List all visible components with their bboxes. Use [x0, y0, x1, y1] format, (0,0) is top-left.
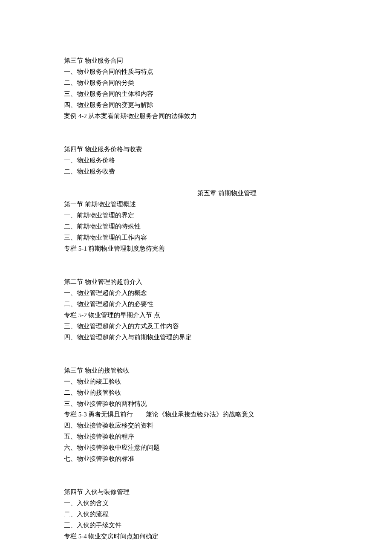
section-heading: 第二节 物业管理的超前介入	[64, 277, 328, 288]
outline-item: 二、物业服务合同的分类	[64, 78, 328, 89]
outline-item: 三、物业接管验收的两种情况	[64, 399, 328, 410]
outline-item: 二、物业的接管验收	[64, 387, 328, 399]
outline-item: 六、物业接管验收中应注意的问题	[64, 442, 328, 454]
outline-item: 一、物业的竣工验收	[64, 376, 328, 387]
outline-item: 三、入伙的手续文件	[64, 520, 328, 531]
outline-item: 案例 4-2 从本案看前期物业服务合同的法律效力	[64, 111, 328, 122]
spacer	[64, 254, 328, 277]
spacer	[64, 343, 328, 365]
outline-item: 二、前期物业管理的特殊性	[64, 221, 328, 232]
outline-item: 一、物业服务价格	[64, 155, 328, 166]
outline-item: 三、前期物业管理的工作内容	[64, 232, 328, 243]
outline-item: 专栏 5-4 物业交房时间点如何确定	[64, 531, 328, 542]
outline-item: 四、物业接管验收应移交的资料	[64, 420, 328, 431]
outline-item: 专栏 5-3 勇者无惧且前行——兼论《物业承接查验办法》的战略意义	[64, 409, 328, 420]
spacer	[64, 177, 328, 188]
outline-item: 二、物业服务收费	[64, 166, 328, 177]
outline-item: 专栏 5-1 前期物业管理制度急待完善	[64, 243, 328, 254]
outline-item: 专栏 5-2 物业管理的早期介入节 点	[64, 310, 328, 321]
outline-item: 七、物业接管验收的标准	[64, 454, 328, 465]
outline-item: 二、物业管理超前介入的必要性	[64, 299, 328, 310]
outline-item: 一、物业服务合同的性质与特点	[64, 66, 328, 78]
spacer	[64, 122, 328, 144]
section-heading: 第四节 物业服务价格与收费	[64, 144, 328, 155]
chapter-title: 第五章 前期物业管理	[64, 188, 328, 199]
outline-item: 二、入伙的流程	[64, 509, 328, 520]
spacer	[64, 465, 328, 487]
section-heading: 第一节 前期物业管理概述	[64, 199, 328, 210]
outline-item: 三、物业管理超前介入的方式及工作内容	[64, 321, 328, 332]
section-heading: 第四节 入伙与装修管理	[64, 487, 328, 498]
outline-item: 四、物业管理超前介入与前期物业管理的界定	[64, 332, 328, 343]
outline-item: 五、物业接管验收的程序	[64, 431, 328, 442]
outline-item: 四、物业服务合同的变更与解除	[64, 100, 328, 111]
section-heading: 第三节 物业的接管验收	[64, 365, 328, 376]
outline-item: 三、物业服务合同的主体和内容	[64, 89, 328, 100]
outline-item: 一、入伙的含义	[64, 498, 328, 509]
outline-item: 一、物业管理超前介入的概念	[64, 288, 328, 299]
section-heading: 第三节 物业服务合同	[64, 55, 328, 66]
outline-item: 一、前期物业管理的界定	[64, 210, 328, 221]
